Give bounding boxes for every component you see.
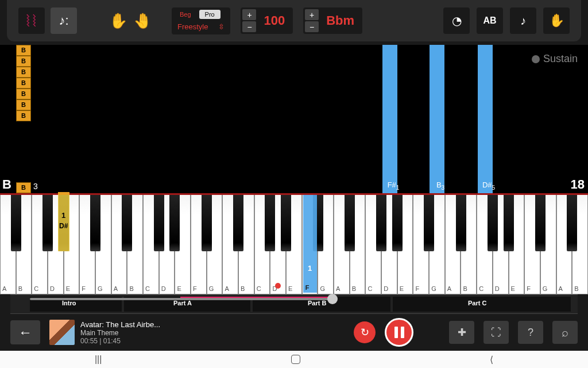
- song-subtitle: Main Theme: [80, 329, 160, 337]
- song-info[interactable]: Avatar: The Last Airbe... Main Theme 00:…: [49, 320, 160, 345]
- pressed-key-blue: 1F: [303, 195, 317, 293]
- bass-note: B: [16, 67, 31, 78]
- nav-recents-icon[interactable]: |||: [95, 354, 102, 365]
- bottom-bar: ← Avatar: The Last Airbe... Main Theme 0…: [0, 314, 588, 351]
- falling-note-label: B3: [427, 181, 454, 191]
- pressed-key-yellow: 1D#: [58, 195, 69, 251]
- song-timeline[interactable]: IntroPart APart BPart C: [10, 294, 578, 314]
- black-key[interactable]: [154, 195, 164, 251]
- black-key[interactable]: [281, 195, 291, 251]
- key-spinner[interactable]: + − Bbm: [303, 7, 362, 34]
- timeline-progress: [30, 298, 332, 300]
- black-key[interactable]: [345, 195, 355, 251]
- bass-note: B: [16, 110, 31, 121]
- measure-right: 18: [571, 177, 585, 192]
- falling-note: [478, 45, 493, 193]
- black-key[interactable]: [169, 195, 180, 251]
- play-mode-select[interactable]: Beg Pro Freestyle⇳: [172, 7, 230, 34]
- black-key[interactable]: [392, 195, 403, 251]
- mode-pro[interactable]: Pro: [199, 10, 220, 19]
- black-key[interactable]: [456, 195, 466, 251]
- timeline-section-label: Intro: [62, 300, 76, 306]
- sustain-indicator[interactable]: Sustain: [532, 53, 578, 65]
- add-button[interactable]: ✚: [449, 321, 474, 344]
- album-art: [49, 320, 75, 345]
- metronome-icon[interactable]: ◔: [443, 7, 470, 34]
- note-style-icon[interactable]: ♪: [510, 7, 536, 34]
- timeline-section-label: Part A: [173, 300, 192, 306]
- bass-note: B: [16, 99, 31, 110]
- bass-note: B: [16, 56, 31, 67]
- style-select[interactable]: Freestyle⇳: [174, 21, 228, 32]
- bass-note-stack: BBBBBBBB: [16, 45, 31, 193]
- bass-note: B: [16, 78, 31, 89]
- zoom-out-button[interactable]: ⌕: [552, 321, 578, 344]
- nav-back-icon[interactable]: ⟨: [490, 354, 493, 365]
- restart-button[interactable]: ↻: [354, 321, 376, 343]
- song-title: Avatar: The Last Airbe...: [80, 320, 160, 329]
- black-key[interactable]: [535, 195, 546, 251]
- black-key[interactable]: [11, 195, 21, 251]
- timeline-section-label: Part C: [468, 300, 486, 306]
- notes-mode-icon[interactable]: ♪:: [51, 7, 77, 34]
- falling-note-label: F#1: [380, 181, 407, 191]
- pause-button[interactable]: [385, 318, 413, 347]
- measure-left: B: [2, 177, 11, 192]
- waveform-mode-icon[interactable]: ⦚⦚: [18, 7, 45, 34]
- timeline-knob[interactable]: [327, 294, 338, 304]
- bass-note: B: [16, 182, 31, 193]
- fullscreen-button[interactable]: ⛶: [483, 321, 509, 344]
- help-button[interactable]: ?: [518, 321, 543, 344]
- piano-roll: B 18 Sustain BBBBBBBB 3 F#1B3D#5: [0, 45, 588, 193]
- tempo-value: 100: [257, 13, 292, 28]
- tempo-plus[interactable]: +: [242, 9, 256, 20]
- key-value: Bbm: [319, 13, 361, 28]
- black-key[interactable]: [90, 195, 100, 251]
- touch-icon[interactable]: ✋: [543, 7, 570, 34]
- bass-note: B: [16, 45, 31, 56]
- song-time: 00:55 | 01:45: [80, 337, 160, 345]
- key-minus[interactable]: −: [305, 21, 319, 32]
- top-toolbar: ⦚⦚ ♪: ✋ ✋ Beg Pro Freestyle⇳ + − 100 + −…: [7, 0, 581, 41]
- back-button[interactable]: ←: [10, 320, 40, 344]
- loop-ab-button[interactable]: AB: [477, 7, 503, 34]
- android-nav-bar: ||| ⟨: [0, 351, 588, 368]
- right-hand-icon[interactable]: ✋: [133, 12, 152, 30]
- key-plus[interactable]: +: [305, 9, 319, 20]
- timeline-section-label: Part B: [308, 300, 326, 306]
- black-key[interactable]: [424, 195, 434, 251]
- keyboard[interactable]: ABCDEFGABCDEFGABCDEFGABCDEFGABCDEFGAB 1D…: [0, 193, 588, 294]
- black-key[interactable]: [265, 195, 275, 251]
- tempo-minus[interactable]: −: [242, 21, 256, 32]
- nav-home-icon[interactable]: [291, 355, 300, 364]
- bass-finger-num: 3: [33, 182, 38, 191]
- black-key[interactable]: [504, 195, 514, 251]
- falling-note: [430, 45, 444, 193]
- falling-note-label: D#5: [475, 181, 502, 191]
- black-key[interactable]: [376, 195, 386, 251]
- falling-note: [382, 45, 397, 193]
- black-key[interactable]: [122, 195, 132, 251]
- black-key[interactable]: [233, 195, 243, 251]
- black-key[interactable]: [488, 195, 498, 251]
- bass-note: B: [16, 89, 31, 99]
- black-key[interactable]: [42, 195, 53, 251]
- black-key[interactable]: [567, 195, 577, 251]
- tempo-spinner[interactable]: + − 100: [241, 7, 293, 34]
- mode-beg[interactable]: Beg: [174, 10, 197, 19]
- left-hand-icon[interactable]: ✋: [109, 12, 127, 30]
- black-key[interactable]: [202, 195, 212, 251]
